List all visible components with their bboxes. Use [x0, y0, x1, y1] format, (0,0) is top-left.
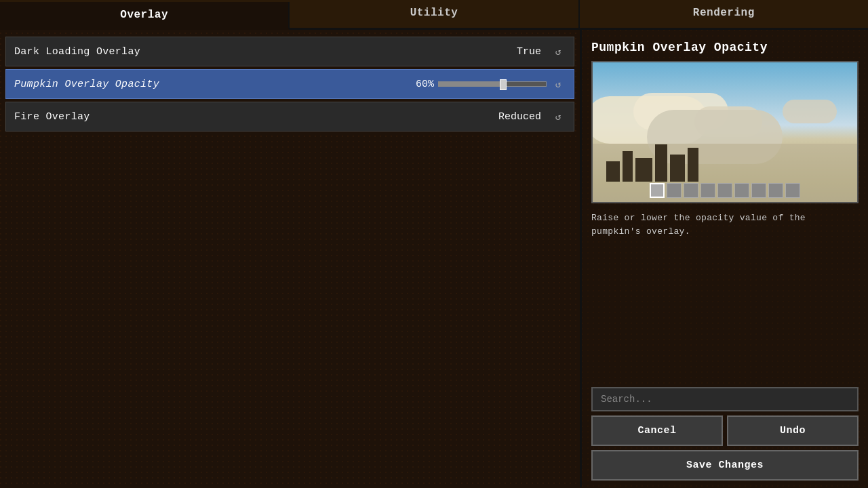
fire-overlay-value: Reduced: [498, 111, 541, 123]
pumpkin-overlay-opacity-reset-icon[interactable]: ↺: [551, 77, 566, 92]
slider-container: 60%: [407, 79, 547, 90]
setting-row-dark-loading-overlay[interactable]: Dark Loading Overlay True ↺: [5, 37, 574, 66]
right-panel: Pumpkin Overlay Opacity: [580, 30, 868, 487]
hotbar-slot-7: [751, 183, 766, 198]
setting-row-fire-overlay[interactable]: Fire Overlay Reduced ↺: [5, 102, 574, 131]
slider-thumb[interactable]: [500, 79, 507, 90]
tab-rendering[interactable]: Rendering: [580, 0, 868, 28]
slider-fill: [439, 82, 503, 86]
save-changes-button[interactable]: Save Changes: [591, 450, 859, 481]
city-silhouette: [606, 144, 698, 182]
left-panel: Dark Loading Overlay True ↺ Pumpkin Over…: [0, 30, 580, 487]
tab-overlay[interactable]: Overlay: [0, 2, 290, 30]
hotbar-slot-6: [734, 183, 749, 198]
preview-title: Pumpkin Overlay Opacity: [591, 41, 859, 54]
hotbar-slot-1: [650, 183, 665, 198]
tab-bar: Overlay Utility Rendering: [0, 0, 868, 30]
setting-row-pumpkin-overlay-opacity[interactable]: Pumpkin Overlay Opacity 60% ↺: [5, 69, 574, 99]
hotbar-slot-2: [667, 183, 682, 198]
cloud-5: [783, 100, 837, 123]
pumpkin-overlay-slider-track[interactable]: [438, 81, 547, 87]
search-input[interactable]: [591, 387, 859, 411]
btn-row: Cancel Undo: [591, 415, 859, 446]
cancel-button[interactable]: Cancel: [591, 415, 723, 446]
preview-description: Raise or lower the opacity value of the …: [591, 211, 859, 238]
pumpkin-overlay-opacity-value: 60%: [407, 79, 434, 90]
main-layout: Dark Loading Overlay True ↺ Pumpkin Over…: [0, 30, 868, 487]
dark-loading-overlay-reset-icon[interactable]: ↺: [551, 44, 566, 59]
pumpkin-overlay-opacity-label: Pumpkin Overlay Opacity: [14, 79, 407, 90]
fire-overlay-label: Fire Overlay: [14, 111, 498, 123]
bottom-controls: Cancel Undo Save Changes: [591, 387, 859, 481]
preview-image: [591, 61, 859, 203]
dark-loading-overlay-label: Dark Loading Overlay: [14, 46, 517, 58]
hotbar-slot-9: [785, 183, 800, 198]
tab-utility[interactable]: Utility: [290, 0, 579, 28]
fire-overlay-reset-icon[interactable]: ↺: [551, 109, 566, 124]
hotbar-slot-4: [701, 183, 715, 198]
hotbar: [650, 183, 800, 198]
undo-button[interactable]: Undo: [727, 415, 859, 446]
dark-loading-overlay-value: True: [517, 46, 541, 58]
hotbar-slot-5: [717, 183, 732, 198]
hotbar-slot-3: [684, 183, 698, 198]
hotbar-slot-8: [768, 183, 783, 198]
